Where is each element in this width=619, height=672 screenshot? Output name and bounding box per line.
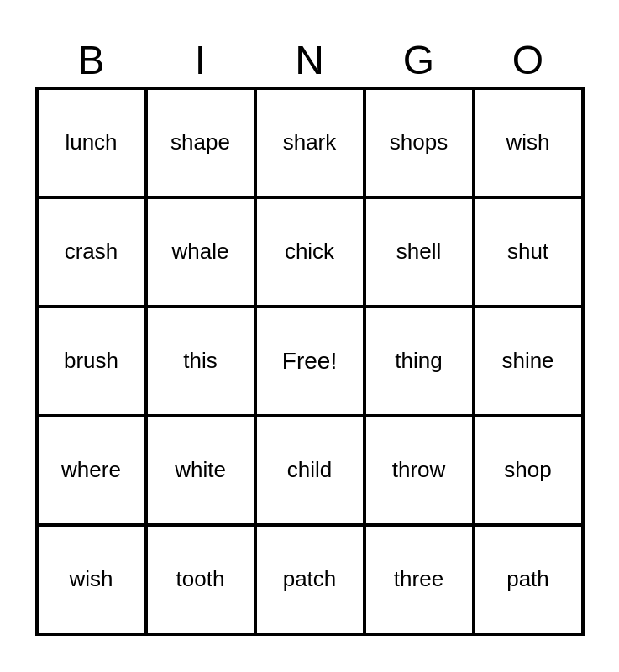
cell-r5-c2[interactable]: tooth bbox=[146, 525, 255, 634]
cell-r3-c3-free[interactable]: Free! bbox=[255, 307, 365, 416]
header-b: B bbox=[37, 37, 146, 83]
cell-r3-c4[interactable]: thing bbox=[365, 307, 474, 416]
cell-r5-c3[interactable]: patch bbox=[255, 525, 365, 634]
cell-r1-c1[interactable]: lunch bbox=[37, 88, 146, 197]
bingo-card: B I N G O lunch shape shark shops wish c… bbox=[18, 20, 601, 653]
cell-r2-c4[interactable]: shell bbox=[365, 197, 474, 307]
cell-r2-c1[interactable]: crash bbox=[37, 197, 146, 307]
cell-r3-c5[interactable]: shine bbox=[474, 307, 583, 416]
cell-r1-c4[interactable]: shops bbox=[365, 88, 474, 197]
cell-r5-c1[interactable]: wish bbox=[37, 525, 146, 634]
cell-r3-c2[interactable]: this bbox=[146, 307, 255, 416]
cell-r2-c5[interactable]: shut bbox=[474, 197, 583, 307]
header-g: G bbox=[365, 37, 474, 83]
cell-r4-c3[interactable]: child bbox=[255, 416, 365, 525]
cell-r4-c4[interactable]: throw bbox=[365, 416, 474, 525]
header-o: O bbox=[474, 37, 583, 83]
header-n: N bbox=[255, 37, 365, 83]
bingo-grid: lunch shape shark shops wish crash whale… bbox=[35, 87, 585, 636]
cell-r1-c5[interactable]: wish bbox=[474, 88, 583, 197]
cell-r1-c2[interactable]: shape bbox=[146, 88, 255, 197]
cell-r1-c3[interactable]: shark bbox=[255, 88, 365, 197]
bingo-header: B I N G O bbox=[37, 37, 583, 83]
cell-r2-c3[interactable]: chick bbox=[255, 197, 365, 307]
cell-r4-c1[interactable]: where bbox=[37, 416, 146, 525]
cell-r4-c2[interactable]: white bbox=[146, 416, 255, 525]
cell-r5-c5[interactable]: path bbox=[474, 525, 583, 634]
cell-r3-c1[interactable]: brush bbox=[37, 307, 146, 416]
cell-r5-c4[interactable]: three bbox=[365, 525, 474, 634]
header-i: I bbox=[146, 37, 255, 83]
cell-r2-c2[interactable]: whale bbox=[146, 197, 255, 307]
cell-r4-c5[interactable]: shop bbox=[474, 416, 583, 525]
